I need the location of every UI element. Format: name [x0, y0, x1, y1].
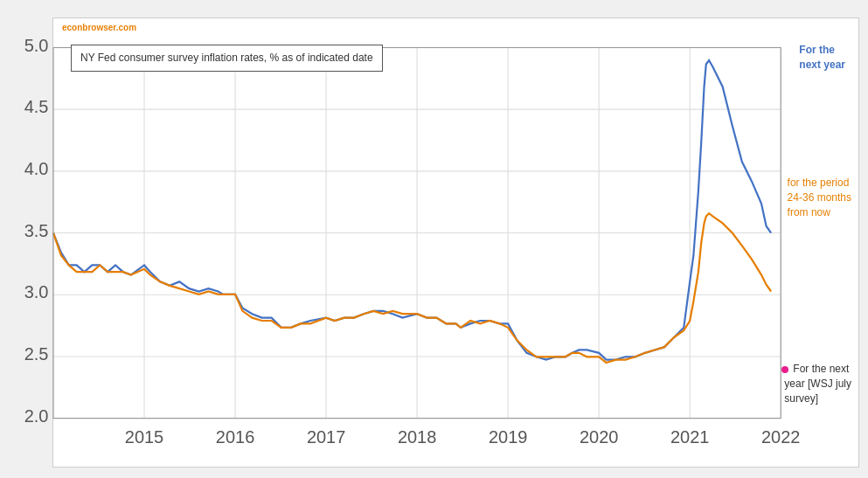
watermark-text: econbrowser.com: [62, 23, 136, 32]
svg-text:2.5: 2.5: [24, 344, 49, 364]
svg-text:2017: 2017: [307, 426, 345, 446]
chart-area: econbrowser.com NY Fed consumer survey i…: [52, 17, 859, 468]
svg-text:2020: 2020: [580, 426, 618, 446]
svg-text:2018: 2018: [398, 426, 436, 446]
wsj-dot-icon: [781, 366, 788, 373]
label-wsj: For the next year [WSJ july survey]: [781, 362, 851, 405]
svg-text:3.5: 3.5: [24, 221, 49, 240]
chart-container: econbrowser.com NY Fed consumer survey i…: [0, 0, 868, 478]
svg-text:4.5: 4.5: [24, 97, 49, 116]
svg-text:2.0: 2.0: [24, 406, 49, 426]
svg-text:4.0: 4.0: [24, 159, 49, 178]
legend-box: NY Fed consumer survey inflation rates, …: [71, 45, 383, 72]
svg-text:2016: 2016: [216, 426, 254, 446]
svg-text:3.0: 3.0: [24, 282, 49, 301]
svg-text:2019: 2019: [489, 426, 527, 446]
legend-text: NY Fed consumer survey inflation rates, …: [80, 52, 373, 64]
svg-text:2021: 2021: [670, 426, 709, 446]
svg-text:2022: 2022: [761, 426, 800, 446]
label-period: for the period24-36 monthsfrom now: [788, 176, 851, 219]
watermark: econbrowser.com: [62, 23, 136, 32]
chart-svg: 5.0 4.5 4.0 3.5 3.0 2.5 2.0 2015 2016 20…: [53, 18, 858, 467]
svg-text:2015: 2015: [125, 426, 163, 446]
svg-text:5.0: 5.0: [24, 36, 49, 55]
label-next-year: For thenext year: [799, 43, 845, 73]
orange-line: [53, 213, 771, 363]
